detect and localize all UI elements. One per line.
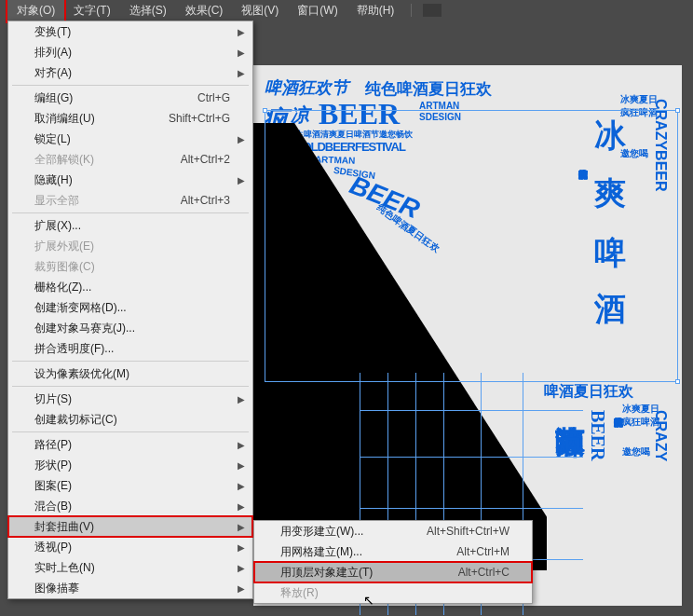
handle[interactable]: [675, 379, 680, 384]
menu-item[interactable]: 创建裁切标记(C): [8, 409, 252, 430]
submenu-arrow-icon: ▶: [238, 583, 245, 594]
text: CRAZY: [652, 410, 669, 461]
submenu-arrow-icon: ▶: [238, 68, 245, 78]
submenu-item[interactable]: 用顶层对象建立(T)Alt+Ctrl+C: [254, 562, 532, 582]
menu-effect[interactable]: 效果(C): [176, 0, 233, 21]
submenu-arrow-icon: ▶: [238, 440, 245, 450]
menu-item[interactable]: 栅格化(Z)...: [8, 277, 252, 297]
menu-item[interactable]: 切片(S)▶: [8, 389, 252, 409]
menu-item[interactable]: 形状(P)▶: [8, 455, 252, 475]
submenu-arrow-icon: ▶: [238, 501, 245, 512]
menu-item[interactable]: 扩展(X)...: [8, 215, 252, 236]
text: 啤酒狂欢节: [265, 76, 348, 99]
control-dropdown[interactable]: [423, 4, 442, 17]
menu-item[interactable]: 创建渐变网格(D)...: [8, 297, 252, 318]
submenu-arrow-icon: ▶: [238, 394, 245, 404]
menu-item[interactable]: 封套扭曲(V)▶: [8, 516, 252, 537]
menu-separator: [12, 212, 249, 213]
submenu-item[interactable]: 用网格建立(M)...Alt+Ctrl+M: [254, 541, 532, 562]
menu-item: 全部解锁(K)Alt+Ctrl+2: [8, 149, 252, 170]
menu-item[interactable]: 锁定(L)▶: [8, 129, 252, 149]
menu-separator: [12, 361, 249, 362]
menu-item[interactable]: 对齐(A)▶: [8, 62, 252, 83]
menu-help[interactable]: 帮助(H): [347, 0, 404, 21]
envelope-distort-submenu: 用变形建立(W)...Alt+Shift+Ctrl+W用网格建立(M)...Al…: [253, 520, 533, 604]
menu-item: 裁剪图像(C): [8, 256, 252, 277]
submenu-arrow-icon: ▶: [238, 522, 245, 532]
menu-window[interactable]: 窗口(W): [288, 0, 346, 21]
menu-separator: [12, 431, 249, 432]
menu-item: 显示全部Alt+Ctrl+3: [8, 190, 252, 211]
menu-item[interactable]: 实时上色(N)▶: [8, 557, 252, 578]
menu-type[interactable]: 文字(T): [64, 0, 119, 21]
submenu-arrow-icon: ▶: [238, 481, 245, 491]
text: 邀您喝: [622, 445, 650, 459]
menu-view[interactable]: 视图(V): [232, 0, 288, 21]
menu-item[interactable]: 图案(E)▶: [8, 475, 252, 496]
menu-item[interactable]: 路径(P)▶: [8, 434, 252, 455]
submenu-arrow-icon: ▶: [238, 542, 245, 553]
menu-item[interactable]: 编组(G)Ctrl+G: [8, 88, 252, 108]
submenu-arrow-icon: ▶: [238, 48, 245, 58]
submenu-arrow-icon: ▶: [238, 27, 245, 37]
menu-select[interactable]: 选择(S): [120, 0, 176, 21]
menubar-divider: [411, 4, 412, 17]
menu-item[interactable]: 取消编组(U)Shift+Ctrl+G: [8, 108, 252, 129]
selection-outline: [265, 110, 678, 382]
submenu-item[interactable]: 用变形建立(W)...Alt+Shift+Ctrl+W: [254, 521, 532, 541]
handle[interactable]: [675, 108, 680, 113]
menu-object[interactable]: 对象(O): [7, 0, 64, 21]
menu-item[interactable]: 排列(A)▶: [8, 42, 252, 62]
submenu-arrow-icon: ▶: [238, 563, 245, 573]
object-menu: 变换(T)▶排列(A)▶对齐(A)▶编组(G)Ctrl+G取消编组(U)Shif…: [7, 21, 253, 599]
menu-item[interactable]: 透视(P)▶: [8, 537, 252, 557]
text: BEER: [587, 410, 608, 460]
menu-separator: [12, 85, 249, 86]
submenu-arrow-icon: ▶: [238, 460, 245, 471]
menu-item[interactable]: 隐藏(H)▶: [8, 170, 252, 190]
menubar: 对象(O) 文字(T) 选择(S) 效果(C) 视图(V) 窗口(W) 帮助(H…: [0, 0, 693, 21]
handle[interactable]: [263, 108, 267, 113]
menu-item[interactable]: 图像描摹▶: [8, 578, 252, 598]
menu-separator: [12, 386, 249, 387]
submenu-arrow-icon: ▶: [238, 175, 245, 185]
submenu-item: 释放(R): [254, 582, 532, 603]
menu-item[interactable]: 拼合透明度(F)...: [8, 338, 252, 359]
menu-item[interactable]: 创建对象马赛克(J)...: [8, 318, 252, 338]
menu-item[interactable]: 混合(B)▶: [8, 496, 252, 516]
submenu-arrow-icon: ▶: [238, 134, 245, 144]
menu-item: 扩展外观(E): [8, 236, 252, 256]
menu-item[interactable]: 设为像素级优化(M): [8, 363, 252, 384]
menu-item[interactable]: 变换(T)▶: [8, 21, 252, 42]
